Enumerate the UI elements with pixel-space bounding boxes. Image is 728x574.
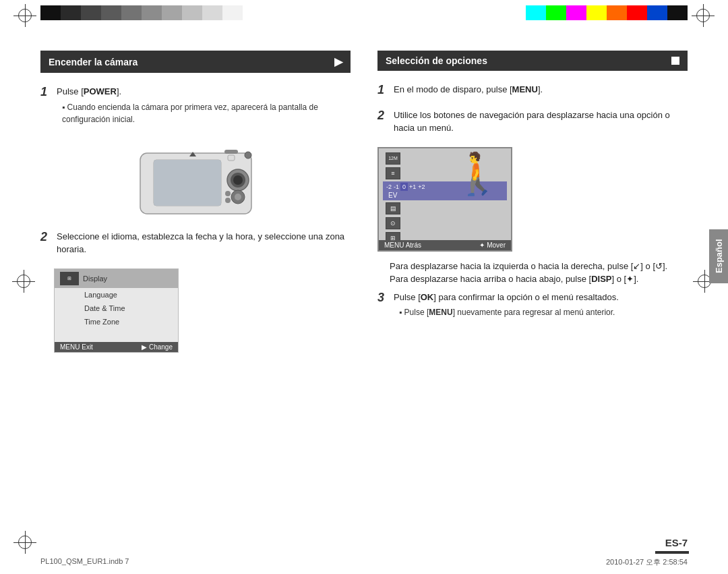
bottom-bar: PL100_QSM_EUR1.indb 7 2010-01-27 오후 2:58… — [40, 557, 688, 567]
step-number-2: 2 — [40, 230, 51, 245]
svg-rect-6 — [228, 155, 235, 161]
right-menu-footer: MENU Atrás ✦ Mover — [379, 240, 511, 250]
right-step-2-main: Utilice los botones de navegación para d… — [394, 109, 688, 135]
svg-point-12 — [225, 198, 231, 203]
svg-point-5 — [233, 175, 243, 185]
datetime-label: Date & Time — [84, 304, 125, 312]
ev-minus2: -2 — [386, 183, 392, 190]
step-2-bullet-2: Para desplazarse hacia arriba o hacia ab… — [390, 274, 688, 284]
step-1-main: Pulse [POWER]. — [57, 85, 351, 98]
step-2-bullets: Para desplazarse hacia la izquierda o ha… — [390, 261, 688, 284]
display-icon: ⊞ — [60, 272, 79, 285]
display-menu-item-timezone: Time Zone — [55, 315, 178, 328]
camera-svg — [133, 136, 258, 221]
reg-mark-bl — [13, 531, 36, 554]
right-step-3: 3 Pulse [OK] para confirmar la opción o … — [377, 291, 688, 320]
step-3-bullet: Pulse [MENU] nuevamente para regresar al… — [394, 306, 688, 318]
ev-minus1: -1 — [393, 183, 400, 190]
right-footer-back: MENU Atrás — [384, 241, 421, 249]
reg-mark-tl — [13, 4, 36, 27]
right-step-number-1: 1 — [377, 83, 388, 98]
camera-illustration — [40, 136, 351, 221]
language-label: Language — [84, 291, 117, 299]
footer-exit: MENU Exit — [60, 343, 93, 351]
step-2-bullet-1: Para desplazarse hacia la izquierda o ha… — [390, 261, 688, 271]
footer-change: ▶ Change — [142, 343, 173, 351]
left-step-1: 1 Pulse [POWER]. Cuando encienda la cáma… — [40, 85, 351, 127]
menu-icon-row-3: ▤ — [383, 201, 507, 216]
left-section-header: Encender la cámara ▶ — [40, 51, 351, 73]
display-label: Display — [83, 275, 107, 283]
svg-point-11 — [225, 191, 231, 196]
ev-zero: 0 — [400, 183, 408, 191]
color-strip — [40, 5, 688, 20]
reg-mark-ml — [12, 270, 35, 293]
right-step-number-3: 3 — [377, 291, 388, 306]
page-number-bar — [655, 551, 689, 554]
right-step-1-content: En el modo de disparo, pulse [MENU]. — [394, 83, 688, 99]
svg-point-8 — [245, 152, 251, 159]
right-column: Selección de opciones 1 En el modo de di… — [377, 51, 688, 362]
ev-plus2: +2 — [417, 183, 425, 190]
sidebar-label: Español — [714, 239, 724, 274]
menu-icon-row-4: ⊙ — [383, 216, 507, 231]
main-content: Encender la cámara ▶ 1 Pulse [POWER]. Cu… — [40, 37, 688, 534]
svg-rect-7 — [224, 150, 238, 154]
ev-plus1: +1 — [408, 183, 417, 190]
step-1-bullet: Cuando encienda la cámara por primera ve… — [57, 101, 351, 125]
right-step-2: 2 Utilice los botones de navegación para… — [377, 109, 688, 138]
right-step-1-main: En el modo de disparo, pulse [MENU]. — [394, 83, 688, 96]
arrow-icon: ▶ — [334, 55, 342, 68]
right-step-1: 1 En el modo de disparo, pulse [MENU]. — [377, 83, 688, 99]
right-step-number-2: 2 — [377, 109, 388, 123]
file-info: PL100_QSM_EUR1.indb 7 — [40, 557, 129, 567]
menu-icon-4: ⊙ — [386, 217, 400, 229]
display-menu-item-datetime: Date & Time — [55, 302, 178, 315]
right-step-2-content: Utilice los botones de navegación para d… — [394, 109, 688, 138]
color-strip-left — [40, 5, 243, 20]
stop-icon — [671, 57, 679, 65]
ev-label: EV — [388, 192, 397, 199]
left-column: Encender la cámara ▶ 1 Pulse [POWER]. Cu… — [40, 51, 351, 362]
date-info: 2010-01-27 오후 2:58:54 — [606, 557, 688, 567]
page-number: ES-7 — [665, 537, 688, 548]
step-2-main: Seleccione el idioma, establezca la fech… — [57, 230, 351, 256]
right-title: Selección de opciones — [386, 55, 487, 66]
menu-icon-2: ≡ — [386, 167, 400, 179]
step-2-content: Seleccione el idioma, establezca la fech… — [57, 230, 351, 259]
step-1-content: Pulse [POWER]. Cuando encienda la cámara… — [57, 85, 351, 127]
display-menu-item-language: Language — [55, 288, 178, 302]
left-step-2: 2 Seleccione el idioma, establezca la fe… — [40, 230, 351, 259]
display-menu-item-display: ⊞ Display — [55, 269, 178, 288]
menu-icon-3: ▤ — [386, 202, 400, 214]
left-title: Encender la cámara — [49, 57, 138, 67]
step-number-1: 1 — [40, 85, 51, 100]
menu-icon-12m: 12M — [386, 152, 400, 165]
person-silhouette: 🚶 — [452, 154, 503, 194]
reg-mark-tr — [692, 4, 715, 27]
display-menu-footer: MENU Exit ▶ Change — [55, 342, 178, 352]
right-section-header: Selección de opciones — [377, 51, 688, 71]
right-footer-move: ✦ Mover — [479, 241, 506, 249]
timezone-label: Time Zone — [84, 318, 119, 326]
right-menu-screen: 🚶 12M ≡ -2 -1 0 +1 — [377, 147, 512, 252]
svg-point-10 — [235, 194, 241, 200]
right-step-3-main: Pulse [OK] para confirmar la opción o el… — [394, 291, 688, 304]
display-menu-screen: ⊞ Display Language Date & Time Time Zone… — [54, 268, 179, 353]
language-tab: Español — [709, 229, 728, 283]
right-step-3-content: Pulse [OK] para confirmar la opción o el… — [394, 291, 688, 320]
svg-rect-2 — [154, 160, 221, 206]
color-strip-right — [526, 5, 688, 20]
